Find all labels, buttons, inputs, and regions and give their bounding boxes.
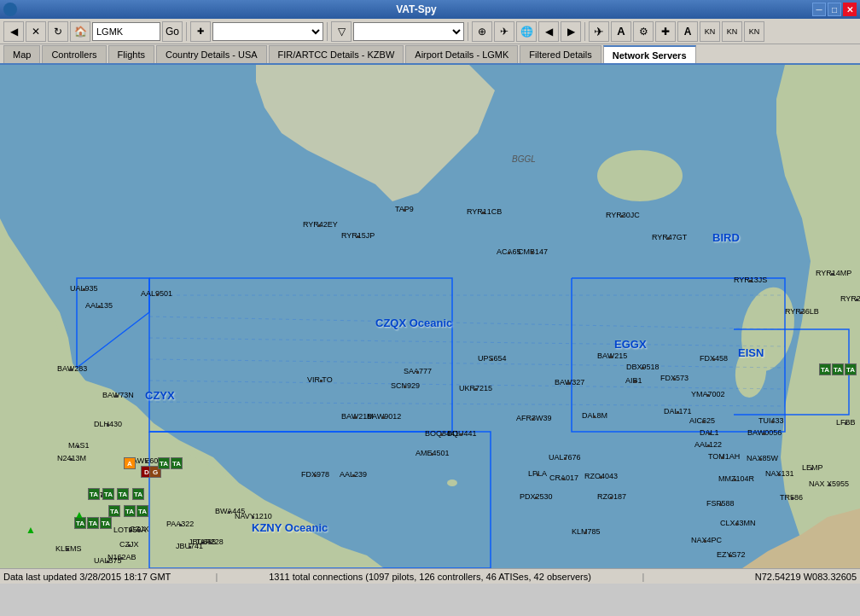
window-controls: ─ □ ✕ <box>812 3 857 16</box>
close-button[interactable]: ✕ <box>843 3 857 16</box>
separator1 <box>186 22 187 41</box>
separator3 <box>468 22 468 41</box>
status-bar: Data last updated 3/28/2015 18:17 GMT | … <box>0 568 860 584</box>
controller-icon-ta3: TA <box>117 488 129 500</box>
status-sep2: | <box>642 572 645 582</box>
plus2-btn[interactable]: ✚ <box>655 21 676 42</box>
refresh-button[interactable]: ↻ <box>48 21 68 42</box>
controller-icon-t1: TA <box>100 517 112 529</box>
controller-icon-ta7: TA <box>819 363 831 375</box>
tabs-bar: Map Controllers Flights Country Details … <box>0 44 860 65</box>
plus-button[interactable]: ⊕ <box>472 21 492 42</box>
controller-icon-t3: TA <box>124 505 136 517</box>
controller-icon-ta1: TA <box>88 488 100 500</box>
minimize-button[interactable]: ─ <box>812 3 826 16</box>
kn1-btn[interactable]: KN <box>700 21 720 42</box>
arrow-left-btn[interactable]: ◀ <box>538 21 559 42</box>
app-icon <box>3 3 17 16</box>
config-btn[interactable]: ⚙ <box>633 21 654 42</box>
controller-icon-ta5: TA <box>158 457 170 469</box>
tab-flights[interactable]: Flights <box>108 45 154 63</box>
go-button[interactable]: Go <box>162 21 183 42</box>
home-button[interactable]: 🏠 <box>70 21 90 42</box>
back-button[interactable]: ◀ <box>3 21 24 42</box>
filter-combo[interactable] <box>212 22 323 41</box>
forward-button[interactable]: ✕ <box>26 21 46 42</box>
controller-icon-ta2: TA <box>102 488 114 500</box>
separator4 <box>584 22 585 41</box>
status-connections: 1311 total connections (1097 pilots, 126… <box>221 572 638 582</box>
controller-icon-t2: TA <box>108 505 120 517</box>
controller-icon-ta4: TA <box>132 488 144 500</box>
tab-controllers[interactable]: Controllers <box>42 45 106 63</box>
label-btn[interactable]: A <box>611 21 631 42</box>
controller-icon-a1: A <box>124 457 136 469</box>
controller-icon-ta9: TA <box>845 363 857 375</box>
status-last-updated: Data last updated 3/28/2015 18:17 GMT <box>3 572 212 582</box>
globe-button[interactable]: 🌐 <box>516 21 537 42</box>
window-title: VAT-Spy <box>20 3 812 15</box>
tab-fir-artcc[interactable]: FIR/ARTCC Details - KZBW <box>269 45 404 63</box>
kn3-btn[interactable]: KN <box>744 21 764 42</box>
tab-airport-details[interactable]: Airport Details - LGMK <box>405 45 518 63</box>
map-canvas <box>0 65 860 568</box>
title-bar: VAT-Spy ─ □ ✕ <box>0 0 860 19</box>
controller-icon-t4: TA <box>137 505 148 517</box>
map-area[interactable]: CZQX OceanicEGGXCZYXKZNY OceanicBIRDEISN… <box>0 65 860 568</box>
toolbar: ◀ ✕ ↻ 🏠 LGMK Go ✚ ▽ ⊕ ✈ 🌐 ◀ ▶ ✈ A ⚙ ✚ A … <box>0 19 860 44</box>
controller-icon-gtp4: TA <box>87 517 99 529</box>
controller-icon-ta6: TA <box>171 457 183 469</box>
tab-filtered[interactable]: Filtered Details <box>520 45 601 63</box>
plane-btn2[interactable]: ✈ <box>589 21 609 42</box>
maximize-button[interactable]: □ <box>828 3 841 16</box>
kn2-btn[interactable]: KN <box>722 21 742 42</box>
add-button[interactable]: ✚ <box>190 21 211 42</box>
controller-icon-gtp3: TA <box>74 517 86 529</box>
font-btn[interactable]: A <box>677 21 698 42</box>
status-sep1: | <box>216 572 218 582</box>
filter-combo2[interactable] <box>353 22 464 41</box>
tab-network-servers[interactable]: Network Servers <box>603 45 696 63</box>
plane-icon-btn[interactable]: ✈ <box>494 21 514 42</box>
callsign-input[interactable]: LGMK <box>92 22 160 41</box>
status-coords: N72.54219 W083.32605 <box>648 572 857 582</box>
tab-map[interactable]: Map <box>3 45 40 63</box>
separator2 <box>327 22 328 41</box>
tab-country-details-usa[interactable]: Country Details - USA <box>156 45 267 63</box>
controller-icon-ta8: TA <box>832 363 844 375</box>
filter-button[interactable]: ▽ <box>331 21 352 42</box>
arrow-right-btn[interactable]: ▶ <box>561 21 581 42</box>
